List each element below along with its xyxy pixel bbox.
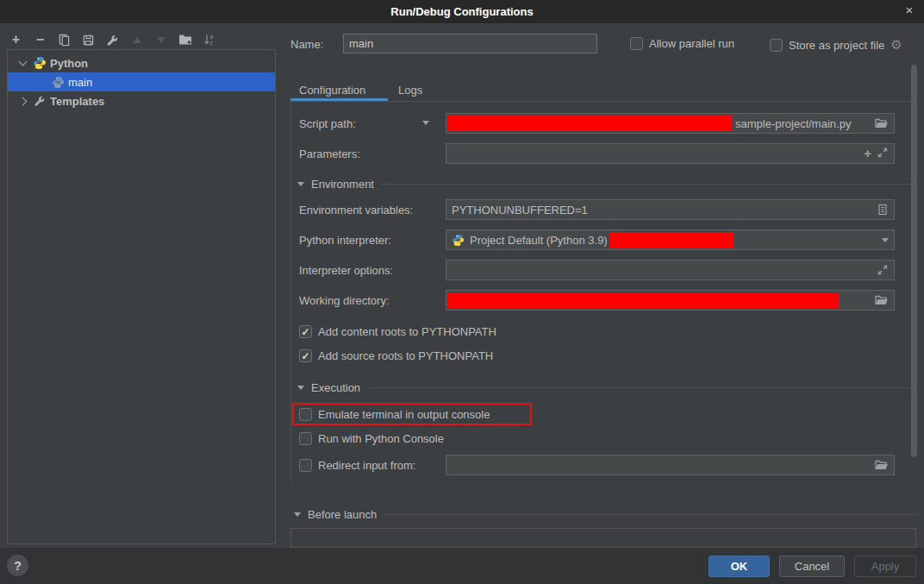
browse-folder-icon[interactable] [875,294,889,306]
gear-icon[interactable]: ⚙ [890,37,902,53]
store-as-project-file-option: ✓ Store as project file ⚙ [770,37,902,53]
store-as-project-file-checkbox[interactable]: ✓ [770,39,783,52]
environment-variables-field[interactable]: PYTHONUNBUFFERED=1 [446,199,895,220]
environment-section-label: Environment [311,178,374,191]
add-icon[interactable]: + [9,33,23,47]
add-source-roots-option: ✓ Add source roots to PYTHONPATH [299,349,493,362]
vertical-scrollbar[interactable] [911,65,917,457]
before-launch-task-list[interactable] [290,528,916,548]
sidebar-item-label: Templates [50,95,104,108]
add-source-roots-label: Add source roots to PYTHONPATH [318,349,493,362]
section-divider [384,514,917,515]
redacted-region [447,116,732,131]
add-macro-icon[interactable]: + [864,148,871,160]
help-button[interactable]: ? [7,555,28,576]
chevron-right-icon[interactable] [19,97,28,105]
add-content-roots-option: ✓ Add content roots to PYTHONPATH [299,325,496,338]
checkmark-icon: ✓ [301,351,309,361]
section-divider [367,387,917,388]
collapse-triangle-icon[interactable] [297,386,304,390]
emulate-terminal-label: Emulate terminal in output console [318,408,490,421]
script-path-dropdown-icon[interactable] [422,121,429,125]
new-folder-icon[interactable] [178,33,192,47]
allow-parallel-run-option: ✓ Allow parallel run [630,37,734,50]
redirect-input-checkbox[interactable]: ✓ [299,459,312,472]
emulate-terminal-option: ✓ Emulate terminal in output console [299,408,490,421]
panel-left-border [290,102,291,483]
wrench-icon [33,94,47,108]
tab-logs[interactable]: Logs [398,84,422,97]
ok-button[interactable]: OK [709,556,770,577]
close-icon[interactable]: × [902,3,917,18]
save-icon[interactable] [81,33,96,47]
python-interpreter-value: Project Default (Python 3.9) [470,234,608,247]
checkmark-icon: ✓ [301,327,309,337]
sidebar-item-label: Python [50,57,88,70]
move-down-icon [153,33,168,47]
expand-icon[interactable] [877,264,889,276]
working-directory-field[interactable] [446,290,895,311]
add-source-roots-checkbox[interactable]: ✓ [299,349,312,362]
browse-folder-icon[interactable] [875,459,889,471]
collapse-triangle-icon[interactable] [294,512,301,517]
add-content-roots-label: Add content roots to PYTHONPATH [318,325,496,338]
expand-icon[interactable] [877,147,889,161]
cancel-button[interactable]: Cancel [779,556,845,577]
sidebar-item-templates[interactable]: Templates [8,91,275,110]
python-interpreter-combobox[interactable]: Project Default (Python 3.9) [446,229,895,250]
allow-parallel-run-checkbox[interactable]: ✓ [630,37,643,50]
python-logo-icon [452,234,465,247]
before-launch-section-header[interactable]: Before launch [294,508,917,521]
sidebar-item-label: main [68,76,92,89]
python-interpreter-label: Python interpreter: [299,234,391,247]
name-input[interactable] [343,34,597,53]
working-directory-label: Working directory: [299,294,390,307]
interpreter-options-field[interactable] [446,260,895,280]
redirect-input-option: ✓ Redirect input from: [299,459,415,472]
run-with-python-console-label: Run with Python Console [318,432,444,445]
redirect-input-field[interactable] [446,455,895,475]
python-config-icon [51,75,65,89]
script-path-field[interactable]: sample-project/main.py [446,113,895,134]
tab-configuration[interactable]: Configuration [299,84,365,97]
edit-templates-icon[interactable] [105,33,120,47]
configurations-tree: Python main Templates [7,49,276,544]
interpreter-options-label: Interpreter options: [299,264,393,277]
browse-folder-icon[interactable] [875,117,889,129]
title-bar: Run/Debug Configurations × [0,0,924,23]
dialog-footer: ? OK Cancel Apply [0,548,924,584]
copy-icon[interactable] [57,33,72,47]
execution-section-header[interactable]: Execution [297,381,917,394]
environment-variables-value: PYTHONUNBUFFERED=1 [452,204,588,217]
combobox-arrow-icon[interactable] [882,238,889,242]
environment-variables-label: Environment variables: [299,204,413,217]
environment-section-header[interactable]: Environment [297,178,917,191]
configurations-toolbar: + − az [9,31,216,48]
window-title: Run/Debug Configurations [390,5,533,18]
sidebar-item-python[interactable]: Python [8,53,275,72]
parameters-field[interactable]: + [446,143,895,164]
redacted-region [447,292,840,308]
tabs-divider [290,101,917,102]
python-logo-icon [33,56,47,70]
apply-button[interactable]: Apply [854,556,916,577]
chevron-down-icon[interactable] [19,58,28,66]
execution-section-label: Execution [311,381,360,394]
svg-text:z: z [209,40,212,46]
remove-icon[interactable]: − [33,33,47,47]
section-divider [381,184,917,185]
run-with-python-console-option: ✓ Run with Python Console [299,432,444,445]
redirect-input-label: Redirect input from: [318,459,415,472]
add-content-roots-checkbox[interactable]: ✓ [299,325,312,338]
emulate-terminal-checkbox[interactable]: ✓ [299,408,312,421]
run-with-python-console-checkbox[interactable]: ✓ [299,432,312,445]
parameters-label: Parameters: [299,148,360,160]
store-as-project-file-label: Store as project file [789,39,884,52]
sort-configurations-icon[interactable]: az [202,33,216,47]
script-path-value: sample-project/main.py [735,117,851,130]
browse-variables-icon[interactable] [877,204,889,216]
name-label: Name: [290,38,323,51]
sidebar-item-main[interactable]: main [8,72,275,91]
script-path-label: Script path: [299,117,356,130]
collapse-triangle-icon[interactable] [297,182,304,186]
